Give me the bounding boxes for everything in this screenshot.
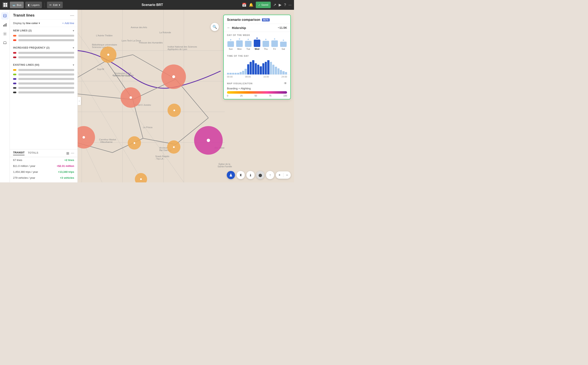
- day-of-week-row: Sun Mon Tue Wed Thu Fri: [224, 38, 290, 53]
- increased-freq-section-header[interactable]: INCREASED FREQUENCY (2) ▾: [10, 44, 77, 51]
- tod-label-2400: 24:00: [281, 76, 287, 78]
- display-chevron-icon: ▾: [39, 22, 40, 25]
- stat-label-vehicles: 279 vehicles / year: [13, 176, 35, 179]
- add-line-button[interactable]: + Add line: [62, 22, 74, 25]
- svg-text:Appliquées de Lyon: Appliquées de Lyon: [167, 48, 187, 50]
- dow-tue[interactable]: Tue: [245, 39, 252, 50]
- share-status-button[interactable]: ✓ Saved: [256, 2, 271, 8]
- eye-icon[interactable]: 👁: [284, 82, 287, 85]
- nav-stats-icon[interactable]: [1, 21, 9, 28]
- app-logo[interactable]: [2, 2, 8, 8]
- line-name-bar: [18, 39, 74, 41]
- gradient-label-0: 0: [227, 94, 228, 97]
- ridership-value: ~11.5K: [278, 26, 287, 29]
- dow-label: Mon: [237, 48, 242, 50]
- svg-point-66: [4, 44, 4, 44]
- tod-bar-16: [267, 60, 269, 74]
- help-icon[interactable]: ?: [284, 3, 286, 7]
- line-name-bar: [18, 56, 74, 58]
- map-stop-orange-1[interactable]: [100, 47, 116, 63]
- map-stop-orange-3[interactable]: [167, 104, 181, 117]
- map-viz-title: MAP VISUALIZAITON: [227, 82, 253, 85]
- transit-tab[interactable]: TRANSIT: [13, 151, 24, 155]
- existing-line-item-2[interactable]: [10, 72, 77, 77]
- dow-dot: [230, 39, 231, 40]
- svg-text:Bibliothèque universitaire: Bibliothèque universitaire: [92, 43, 117, 46]
- existing-lines-section-header[interactable]: EXISTING LINES (64) ▾: [10, 61, 77, 68]
- bell-icon[interactable]: 🔔: [249, 3, 253, 7]
- back-button[interactable]: ←: [227, 26, 230, 30]
- dow-bar: [280, 42, 287, 47]
- new-lines-section-header[interactable]: NEW LINES (2) ▾: [10, 27, 77, 34]
- scenario-header: Scenario comparison BETA: [224, 15, 290, 24]
- map-stop-orange-5[interactable]: [167, 140, 180, 154]
- compass-button[interactable]: ↑: [266, 171, 274, 179]
- line-name-bar: [18, 52, 74, 54]
- edit-icon: ✏: [50, 3, 52, 7]
- dow-bar: [271, 40, 278, 47]
- totals-tab[interactable]: TOTALS: [28, 151, 38, 155]
- new-line-item-1[interactable]: [10, 34, 77, 38]
- export-icon[interactable]: ↗: [273, 3, 276, 7]
- map-stop-large-2[interactable]: [121, 87, 141, 108]
- stat-value-lines: +2 lines: [64, 159, 74, 161]
- svg-text:Carrefour Market: Carrefour Market: [99, 138, 116, 141]
- chart-icon[interactable]: ▦: [66, 151, 69, 155]
- panel-close-button[interactable]: —: [70, 13, 74, 18]
- existing-line-item-3[interactable]: [10, 77, 77, 81]
- increased-freq-item-2[interactable]: [10, 55, 77, 60]
- existing-line-item-6[interactable]: [10, 90, 77, 95]
- tod-label-0000: 00:00: [227, 76, 233, 78]
- nav-vehicle-icon[interactable]: [1, 39, 9, 47]
- topnav-right-controls: 📅 🔔 ✓ Saved ↗ ▶ ? ···: [242, 2, 291, 8]
- globe-button[interactable]: ⬤: [256, 171, 264, 179]
- map-stop-orange-4[interactable]: [128, 136, 141, 150]
- existing-line-item-5[interactable]: [10, 86, 77, 90]
- existing-line-item-1[interactable]: [10, 68, 77, 72]
- edit-button[interactable]: ✏ Edit ▾: [47, 2, 63, 8]
- person2-icon-button[interactable]: ♝: [247, 171, 254, 179]
- zoom-in-button[interactable]: +: [276, 171, 283, 179]
- map-stop-large-1[interactable]: [161, 64, 186, 89]
- zoom-out-button[interactable]: −: [283, 171, 291, 179]
- scenario-sub-header: ← Ridership ~11.5K: [224, 24, 290, 32]
- bus-button[interactable]: 🚌 Bus: [10, 2, 24, 8]
- person-icon-button[interactable]: ♟: [227, 171, 235, 179]
- display-row: Display by line color ▾ + Add line: [10, 20, 77, 27]
- svg-text:Snack Rapido: Snack Rapido: [155, 155, 169, 157]
- nav-transit-icon[interactable]: [1, 12, 9, 20]
- gradient-scale-labels: 0 25 50 75 100: [227, 94, 287, 97]
- map-stop-magenta-1[interactable]: [194, 126, 223, 155]
- layers-button[interactable]: ◧ Layers: [25, 2, 42, 8]
- dow-sun[interactable]: Sun: [227, 39, 234, 50]
- dow-bar: [227, 41, 234, 47]
- nav-settings-icon[interactable]: [1, 30, 9, 38]
- dow-dot: [256, 38, 258, 39]
- dow-thu[interactable]: Thu: [262, 39, 269, 50]
- dow-wed[interactable]: Wed: [253, 38, 261, 50]
- svg-point-60: [5, 16, 6, 17]
- bus-icon: 🚌: [12, 3, 15, 7]
- dow-fri[interactable]: Fri: [271, 38, 278, 50]
- more-icon[interactable]: ···: [289, 3, 291, 7]
- calendar-icon[interactable]: 📅: [242, 3, 247, 7]
- tod-bar-18: [272, 65, 274, 74]
- marker-icon-button[interactable]: ♜: [237, 171, 245, 179]
- minimize-icon[interactable]: —: [71, 151, 74, 155]
- gradient-label-25: 25: [240, 94, 242, 97]
- dow-mon[interactable]: Mon: [236, 38, 243, 50]
- new-line-item-2[interactable]: [10, 38, 77, 42]
- existing-line-item-4[interactable]: [10, 81, 77, 86]
- tod-bar-1: [229, 73, 232, 74]
- stat-value-cost: +$2.31 million: [57, 164, 74, 168]
- collapse-sidebar-button[interactable]: ‹: [78, 97, 81, 105]
- increased-freq-item-1[interactable]: [10, 51, 77, 55]
- scenario-title: Scenario comparison: [227, 18, 260, 22]
- dow-dot: [274, 38, 275, 40]
- line-name-bar: [18, 91, 74, 93]
- present-icon[interactable]: ▶: [279, 3, 282, 7]
- map-search-button[interactable]: 🔍: [211, 23, 219, 31]
- dow-label: Thu: [264, 48, 268, 50]
- dow-label: Sun: [229, 48, 233, 50]
- dow-sat[interactable]: Sat: [279, 40, 287, 50]
